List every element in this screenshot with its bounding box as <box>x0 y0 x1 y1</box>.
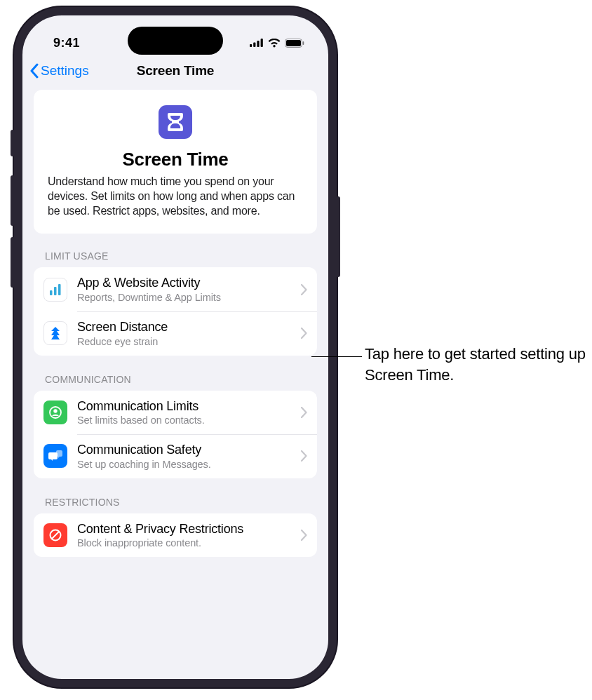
row-title: App & Website Activity <box>77 276 301 291</box>
svg-line-13 <box>52 532 59 539</box>
nav-title: Screen Time <box>137 63 214 79</box>
row-text: App & Website Activity Reports, Downtime… <box>77 273 301 306</box>
hero-title: Screen Time <box>48 149 303 170</box>
list-group-limit-usage: App & Website Activity Reports, Downtime… <box>34 267 317 355</box>
back-label: Settings <box>41 63 89 79</box>
silence-switch <box>11 130 15 156</box>
row-communication-safety[interactable]: Communication Safety Set up coaching in … <box>34 434 317 478</box>
phone-frame: 9:41 Settings Screen Time Screen Time Un… <box>14 7 337 687</box>
volume-up-button <box>11 175 15 226</box>
wifi-icon <box>268 39 281 48</box>
row-title: Screen Distance <box>77 320 301 335</box>
nav-bar: Settings Screen Time <box>22 58 328 90</box>
svg-rect-0 <box>250 44 252 47</box>
status-time: 9:41 <box>53 36 80 51</box>
back-button[interactable]: Settings <box>29 63 89 79</box>
row-screen-distance[interactable]: Screen Distance Reduce eye strain <box>34 311 317 356</box>
chevron-right-icon <box>301 407 307 418</box>
chevron-left-icon <box>29 63 39 79</box>
row-text: Content & Privacy Restrictions Block ina… <box>77 519 301 552</box>
row-subtitle: Reports, Downtime & App Limits <box>77 292 301 303</box>
list-group-restrictions: Content & Privacy Restrictions Block ina… <box>34 513 317 558</box>
svg-rect-3 <box>261 39 263 47</box>
svg-rect-8 <box>54 287 57 295</box>
svg-rect-1 <box>253 43 255 48</box>
status-icons <box>250 39 304 48</box>
svg-rect-9 <box>58 284 61 295</box>
row-text: Communication Safety Set up coaching in … <box>77 440 301 473</box>
activity-chart-icon <box>43 278 67 302</box>
contact-icon <box>43 401 67 424</box>
chevron-right-icon <box>301 530 307 541</box>
chevron-right-icon <box>301 450 307 462</box>
screen-distance-icon <box>43 321 67 345</box>
row-subtitle: Set limits based on contacts. <box>77 415 301 426</box>
svg-rect-6 <box>303 41 304 45</box>
row-app-website-activity[interactable]: App & Website Activity Reports, Downtime… <box>34 267 317 311</box>
screen: 9:41 Settings Screen Time Screen Time Un… <box>22 15 328 679</box>
battery-icon <box>285 39 304 48</box>
screen-time-hourglass-icon <box>159 105 192 139</box>
list-group-communication: Communication Limits Set limits based on… <box>34 391 317 478</box>
chevron-right-icon <box>301 328 307 339</box>
hero-card: Screen Time Understand how much time you… <box>34 90 317 234</box>
row-title: Communication Safety <box>77 443 301 458</box>
section-header-communication: COMMUNICATION <box>34 374 317 391</box>
svg-rect-5 <box>286 40 301 46</box>
section-header-restrictions: RESTRICTIONS <box>34 497 317 513</box>
row-title: Content & Privacy Restrictions <box>77 522 301 537</box>
svg-rect-7 <box>50 290 53 295</box>
row-text: Communication Limits Set limits based on… <box>77 396 301 429</box>
row-subtitle: Set up coaching in Messages. <box>77 459 301 470</box>
volume-down-button <box>11 237 15 288</box>
row-subtitle: Reduce eye strain <box>77 336 301 347</box>
row-subtitle: Block inappropriate content. <box>77 537 301 548</box>
row-text: Screen Distance Reduce eye strain <box>77 317 301 350</box>
row-content-privacy-restrictions[interactable]: Content & Privacy Restrictions Block ina… <box>34 513 317 558</box>
callout-text: Tap here to get started setting up Scree… <box>365 344 592 385</box>
svg-rect-2 <box>257 41 259 47</box>
dynamic-island <box>128 27 223 55</box>
row-communication-limits[interactable]: Communication Limits Set limits based on… <box>34 391 317 435</box>
message-bubble-icon <box>43 444 67 468</box>
row-title: Communication Limits <box>77 399 301 415</box>
power-button <box>336 196 340 277</box>
svg-point-11 <box>53 409 57 412</box>
restriction-icon <box>43 523 67 547</box>
callout-line <box>311 356 362 357</box>
cellular-icon <box>250 39 264 47</box>
chevron-right-icon <box>301 284 307 295</box>
content: Screen Time Understand how much time you… <box>22 90 328 557</box>
section-header-limit-usage: LIMIT USAGE <box>34 250 317 267</box>
hero-description: Understand how much time you spend on yo… <box>48 175 303 218</box>
